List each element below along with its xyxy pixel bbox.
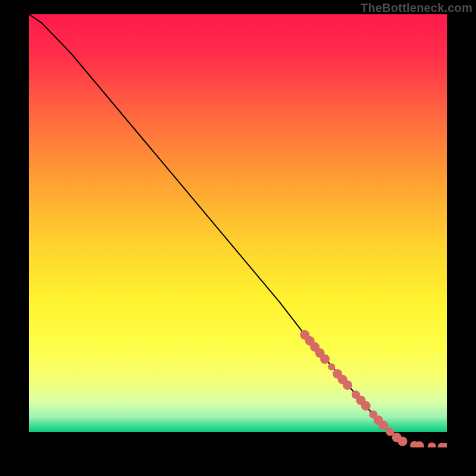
data-marker: [328, 364, 335, 371]
plot-area: [29, 14, 447, 447]
data-marker: [398, 437, 408, 446]
data-marker: [343, 380, 352, 390]
chart-svg: [29, 14, 447, 447]
chart-frame: TheBottleneck.com: [0, 0, 476, 476]
curve-markers: [300, 330, 447, 447]
data-marker: [361, 401, 371, 411]
curve-line: [29, 14, 444, 447]
watermark-text: TheBottleneck.com: [361, 1, 472, 15]
data-marker: [320, 354, 330, 364]
data-marker: [428, 443, 436, 447]
data-marker: [378, 421, 388, 430]
